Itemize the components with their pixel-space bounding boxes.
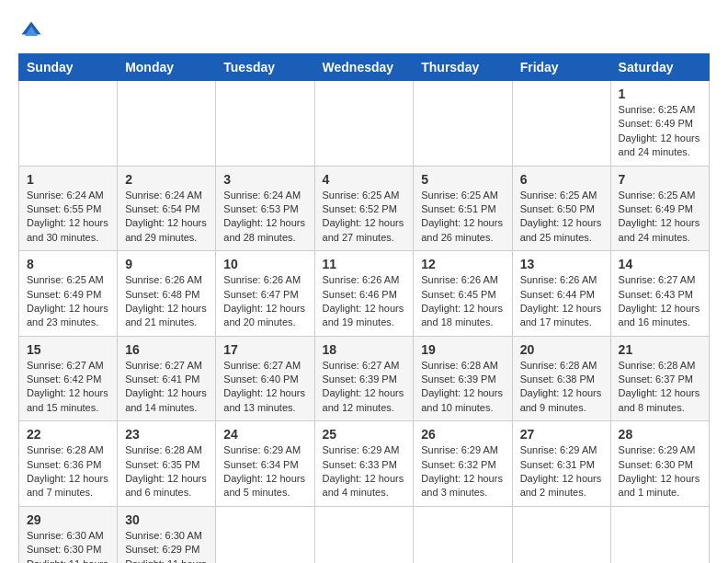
day-number: 15 xyxy=(27,342,109,357)
calendar-week-3: 8Sunrise: 6:25 AMSunset: 6:49 PMDaylight… xyxy=(19,251,710,337)
calendar-cell xyxy=(19,81,118,167)
day-info: Sunrise: 6:27 AMSunset: 6:43 PMDaylight:… xyxy=(619,273,701,330)
day-number: 11 xyxy=(323,257,406,271)
calendar-cell: 1Sunrise: 6:25 AMSunset: 6:49 PMDaylight… xyxy=(610,81,709,167)
calendar-cell xyxy=(414,506,512,563)
calendar-cell: 6Sunrise: 6:25 AMSunset: 6:50 PMDaylight… xyxy=(512,166,610,251)
calendar-cell: 16Sunrise: 6:27 AMSunset: 6:41 PMDayligh… xyxy=(118,336,216,421)
calendar-cell: 20Sunrise: 6:28 AMSunset: 6:38 PMDayligh… xyxy=(512,336,610,421)
calendar-cell: 14Sunrise: 6:27 AMSunset: 6:43 PMDayligh… xyxy=(610,251,709,337)
day-info: Sunrise: 6:29 AMSunset: 6:34 PMDaylight:… xyxy=(223,443,306,500)
day-number: 3 xyxy=(223,172,306,187)
day-info: Sunrise: 6:26 AMSunset: 6:46 PMDaylight:… xyxy=(323,273,406,330)
day-number: 18 xyxy=(323,342,406,357)
day-info: Sunrise: 6:28 AMSunset: 6:37 PMDaylight:… xyxy=(619,359,701,416)
day-number: 9 xyxy=(125,257,208,271)
day-info: Sunrise: 6:27 AMSunset: 6:41 PMDaylight:… xyxy=(125,359,208,416)
calendar-cell: 25Sunrise: 6:29 AMSunset: 6:33 PMDayligh… xyxy=(314,421,414,507)
day-header-tuesday: Tuesday xyxy=(216,54,314,81)
calendar-week-1: 1Sunrise: 6:25 AMSunset: 6:49 PMDaylight… xyxy=(19,81,710,167)
day-number: 17 xyxy=(223,342,306,357)
calendar-cell: 10Sunrise: 6:26 AMSunset: 6:47 PMDayligh… xyxy=(216,251,314,337)
day-info: Sunrise: 6:26 AMSunset: 6:45 PMDaylight:… xyxy=(421,273,504,330)
day-info: Sunrise: 6:30 AMSunset: 6:29 PMDaylight:… xyxy=(125,529,208,563)
calendar-cell: 24Sunrise: 6:29 AMSunset: 6:34 PMDayligh… xyxy=(216,421,314,507)
calendar-week-2: 1Sunrise: 6:24 AMSunset: 6:55 PMDaylight… xyxy=(19,166,710,251)
day-number: 16 xyxy=(125,342,208,357)
day-number: 13 xyxy=(520,257,603,271)
calendar-cell: 1Sunrise: 6:24 AMSunset: 6:55 PMDaylight… xyxy=(19,166,118,251)
calendar-cell: 21Sunrise: 6:28 AMSunset: 6:37 PMDayligh… xyxy=(610,336,709,421)
day-number: 24 xyxy=(223,427,306,442)
calendar-table: SundayMondayTuesdayWednesdayThursdayFrid… xyxy=(18,53,710,563)
calendar-cell xyxy=(314,506,414,563)
day-number: 20 xyxy=(520,342,603,357)
day-number: 28 xyxy=(619,427,701,442)
day-number: 8 xyxy=(27,257,109,271)
day-number: 7 xyxy=(619,172,701,187)
day-number: 27 xyxy=(520,427,603,442)
day-number: 30 xyxy=(125,512,208,527)
day-info: Sunrise: 6:24 AMSunset: 6:55 PMDaylight:… xyxy=(27,189,109,246)
day-number: 1 xyxy=(27,172,109,187)
day-info: Sunrise: 6:25 AMSunset: 6:49 PMDaylight:… xyxy=(619,103,701,160)
calendar-cell: 3Sunrise: 6:24 AMSunset: 6:53 PMDaylight… xyxy=(216,166,314,251)
calendar-cell: 13Sunrise: 6:26 AMSunset: 6:44 PMDayligh… xyxy=(512,251,610,337)
day-header-sunday: Sunday xyxy=(19,54,118,81)
day-number: 22 xyxy=(27,427,109,442)
calendar-week-4: 15Sunrise: 6:27 AMSunset: 6:42 PMDayligh… xyxy=(19,336,710,421)
calendar-cell: 30Sunrise: 6:30 AMSunset: 6:29 PMDayligh… xyxy=(118,506,216,563)
calendar-cell xyxy=(118,81,216,167)
calendar-cell: 29Sunrise: 6:30 AMSunset: 6:30 PMDayligh… xyxy=(19,506,118,563)
day-header-wednesday: Wednesday xyxy=(314,54,414,81)
day-info: Sunrise: 6:25 AMSunset: 6:50 PMDaylight:… xyxy=(520,189,603,246)
day-number: 23 xyxy=(125,427,208,442)
day-info: Sunrise: 6:26 AMSunset: 6:44 PMDaylight:… xyxy=(520,273,603,330)
day-header-thursday: Thursday xyxy=(414,54,512,81)
calendar-cell xyxy=(512,81,610,167)
day-info: Sunrise: 6:28 AMSunset: 6:35 PMDaylight:… xyxy=(125,443,208,500)
day-number: 19 xyxy=(421,342,504,357)
calendar-cell xyxy=(512,506,610,563)
page-header xyxy=(18,18,710,44)
calendar-cell xyxy=(414,81,512,167)
day-number: 26 xyxy=(421,427,504,442)
calendar-week-6: 29Sunrise: 6:30 AMSunset: 6:30 PMDayligh… xyxy=(19,506,710,563)
calendar-cell: 26Sunrise: 6:29 AMSunset: 6:32 PMDayligh… xyxy=(414,421,512,507)
day-info: Sunrise: 6:27 AMSunset: 6:39 PMDaylight:… xyxy=(323,359,406,416)
day-number: 14 xyxy=(619,257,701,271)
day-number: 1 xyxy=(619,86,701,101)
day-info: Sunrise: 6:28 AMSunset: 6:36 PMDaylight:… xyxy=(27,443,109,500)
day-header-monday: Monday xyxy=(118,54,216,81)
calendar-cell: 7Sunrise: 6:25 AMSunset: 6:49 PMDaylight… xyxy=(610,166,709,251)
calendar-cell: 9Sunrise: 6:26 AMSunset: 6:48 PMDaylight… xyxy=(118,251,216,337)
calendar-cell xyxy=(314,81,414,167)
day-number: 12 xyxy=(421,257,504,271)
calendar-cell: 18Sunrise: 6:27 AMSunset: 6:39 PMDayligh… xyxy=(314,336,414,421)
calendar-cell: 19Sunrise: 6:28 AMSunset: 6:39 PMDayligh… xyxy=(414,336,512,421)
logo xyxy=(18,18,48,44)
calendar-cell: 11Sunrise: 6:26 AMSunset: 6:46 PMDayligh… xyxy=(314,251,414,337)
day-info: Sunrise: 6:29 AMSunset: 6:33 PMDaylight:… xyxy=(323,443,406,500)
calendar-cell: 12Sunrise: 6:26 AMSunset: 6:45 PMDayligh… xyxy=(414,251,512,337)
day-number: 6 xyxy=(520,172,603,187)
day-info: Sunrise: 6:25 AMSunset: 6:51 PMDaylight:… xyxy=(421,189,504,246)
calendar-cell: 27Sunrise: 6:29 AMSunset: 6:31 PMDayligh… xyxy=(512,421,610,507)
calendar-cell: 5Sunrise: 6:25 AMSunset: 6:51 PMDaylight… xyxy=(414,166,512,251)
day-number: 21 xyxy=(619,342,701,357)
day-info: Sunrise: 6:26 AMSunset: 6:47 PMDaylight:… xyxy=(223,273,306,330)
day-number: 29 xyxy=(27,512,109,527)
day-info: Sunrise: 6:28 AMSunset: 6:38 PMDaylight:… xyxy=(520,359,603,416)
day-info: Sunrise: 6:25 AMSunset: 6:52 PMDaylight:… xyxy=(323,189,406,246)
calendar-cell: 8Sunrise: 6:25 AMSunset: 6:49 PMDaylight… xyxy=(19,251,118,337)
calendar-header-row: SundayMondayTuesdayWednesdayThursdayFrid… xyxy=(19,54,710,81)
calendar-cell: 2Sunrise: 6:24 AMSunset: 6:54 PMDaylight… xyxy=(118,166,216,251)
calendar-cell xyxy=(216,81,314,167)
day-info: Sunrise: 6:24 AMSunset: 6:53 PMDaylight:… xyxy=(223,189,306,246)
day-info: Sunrise: 6:30 AMSunset: 6:30 PMDaylight:… xyxy=(27,529,109,563)
day-header-friday: Friday xyxy=(512,54,610,81)
calendar-cell xyxy=(216,506,314,563)
logo-icon xyxy=(18,18,44,44)
day-number: 10 xyxy=(223,257,306,271)
day-info: Sunrise: 6:24 AMSunset: 6:54 PMDaylight:… xyxy=(125,189,208,246)
